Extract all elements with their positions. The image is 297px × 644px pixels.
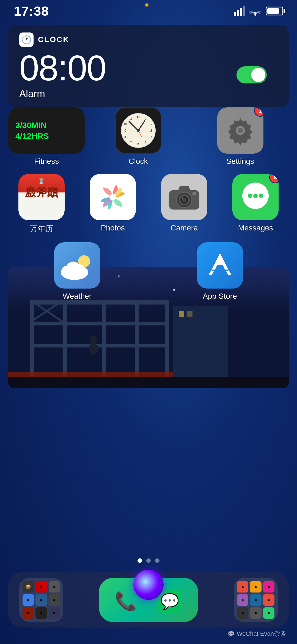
fitness-line1: 3/30MIN [15, 120, 46, 131]
mini-icon-r8: ● [250, 607, 261, 619]
clock-widget-app-icon: 🕐 [19, 32, 34, 47]
status-bar: 17:38 [0, 0, 297, 22]
dock-folder-right[interactable]: ● ● ● ● ● ● ● ● ● [234, 578, 278, 622]
svg-text:12: 12 [136, 115, 140, 119]
svg-point-4 [254, 14, 256, 16]
clock-widget-header: 🕐 CLOCK [19, 32, 278, 47]
settings-app-icon[interactable]: 1 [217, 107, 263, 154]
mini-icon-r9: ● [263, 607, 274, 619]
svg-point-43 [74, 264, 85, 275]
clock-app[interactable]: 12 3 6 9 1 2 4 5 7 8 10 11 [90, 107, 187, 166]
svg-rect-46 [179, 311, 184, 317]
svg-text:10: 10 [123, 123, 127, 126]
weather-app[interactable]: Weather [8, 242, 146, 301]
svg-rect-1 [237, 10, 239, 16]
camera-svg [168, 183, 201, 211]
messages-app[interactable]: 9 Messages [222, 174, 289, 232]
camera-label: Camera [170, 224, 198, 232]
settings-gear-svg [225, 115, 255, 146]
settings-app[interactable]: 1 Settings [192, 107, 289, 166]
appstore-svg [204, 249, 237, 282]
weather-label: Weather [63, 292, 92, 301]
siri-orb[interactable] [133, 570, 164, 600]
svg-text:11: 11 [129, 117, 133, 120]
svg-rect-33 [193, 192, 196, 195]
svg-point-24 [238, 128, 243, 133]
mini-icon-7: ● [23, 607, 34, 619]
wannianli-inner: ⌛ 廒斧巔 [18, 174, 65, 220]
mini-icon-5: ● [35, 594, 47, 605]
mini-icon-r2: ● [250, 581, 261, 593]
camera-icon[interactable] [161, 174, 207, 220]
app-row-2: ⌛ 廒斧巔 万年历 [8, 174, 289, 234]
svg-text:6: 6 [137, 142, 139, 146]
messages-svg [239, 181, 272, 214]
svg-point-58 [90, 336, 97, 344]
wannianli-app[interactable]: ⌛ 廒斧巔 万年历 [8, 174, 75, 234]
weather-icon[interactable] [54, 242, 100, 289]
dock-folder-left[interactable]: 📦 ● ● ● ● ● ● ● ● [19, 578, 63, 622]
svg-rect-47 [187, 311, 193, 317]
dock: 📦 ● ● ● ● ● ● ● ● 📞 💬 ● ● ● ● ● ● [8, 572, 289, 627]
mini-icon-8: ● [35, 607, 47, 619]
svg-text:1: 1 [145, 117, 147, 120]
page-dot-1 [146, 558, 151, 563]
status-time: 17:38 [14, 4, 49, 19]
photos-app[interactable]: Photos [80, 174, 146, 232]
dock-left-folder[interactable]: 📦 ● ● ● ● ● ● ● ● [19, 578, 63, 622]
messages-label: Messages [238, 224, 273, 232]
mini-icon-r6: ● [263, 594, 274, 605]
page-dot-active [138, 558, 142, 563]
svg-text:4: 4 [151, 135, 152, 138]
watermark: 💬 WeChat Evan杂谈 [228, 630, 286, 638]
page-dot-2 [155, 558, 160, 563]
svg-rect-50 [30, 344, 168, 347]
clock-face-svg: 12 3 6 9 1 2 4 5 7 8 10 11 [120, 113, 156, 148]
svg-point-26 [109, 194, 116, 200]
svg-rect-59 [91, 344, 96, 355]
svg-rect-0 [234, 12, 236, 16]
svg-point-35 [248, 194, 252, 198]
appstore-label: App Store [203, 292, 237, 301]
mini-icon-4: ● [23, 594, 34, 605]
fitness-label: Fitness [34, 157, 59, 166]
svg-rect-49 [30, 322, 168, 325]
clock-app-label: Clock [128, 157, 148, 166]
mini-icon-r1: ● [237, 581, 248, 593]
fitness-app[interactable]: 3/30MIN 4/12HRS Fitness [8, 107, 85, 166]
svg-text:2: 2 [151, 123, 152, 126]
siri-area[interactable]: 📞 💬 [99, 578, 198, 622]
mini-icon-2: ● [35, 581, 47, 593]
clock-widget[interactable]: 🕐 CLOCK 08:00 Alarm [8, 25, 289, 107]
signal-icon [234, 6, 245, 16]
mini-icon-r4: ● [237, 594, 248, 605]
wannianli-icon[interactable]: ⌛ 廒斧巔 [18, 174, 65, 220]
clock-widget-time: 08:00 [19, 50, 106, 86]
dock-center[interactable]: 📞 💬 [99, 578, 198, 622]
clock-widget-alarm-label: Alarm [19, 88, 106, 100]
svg-point-32 [182, 197, 183, 199]
svg-rect-63 [8, 377, 289, 388]
mini-icon-r7: ● [237, 607, 248, 619]
settings-label: Settings [226, 157, 254, 166]
mini-icon-1: 📦 [23, 581, 34, 593]
svg-rect-61 [95, 345, 98, 352]
svg-point-21 [137, 129, 140, 132]
clock-app-icon[interactable]: 12 3 6 9 1 2 4 5 7 8 10 11 [115, 107, 161, 154]
messages-icon[interactable]: 9 [232, 174, 279, 220]
phone-icon[interactable]: 📞 [115, 591, 137, 612]
appstore-icon[interactable] [197, 242, 243, 289]
mini-icon-r5: ● [250, 594, 261, 605]
wannianli-top: ⌛ [38, 178, 45, 184]
dock-right-folder[interactable]: ● ● ● ● ● ● ● ● ● [234, 578, 278, 622]
photos-icon[interactable] [90, 174, 136, 220]
appstore-app[interactable]: App Store [151, 242, 289, 301]
svg-text:3: 3 [150, 129, 152, 133]
camera-app[interactable]: Camera [151, 174, 218, 232]
svg-point-36 [253, 194, 258, 198]
alarm-toggle[interactable] [237, 66, 267, 83]
weather-svg [58, 249, 97, 282]
watermark-text: WeChat Evan杂谈 [237, 630, 286, 638]
svg-text:8: 8 [124, 135, 126, 138]
fitness-icon[interactable]: 3/30MIN 4/12HRS [8, 107, 85, 154]
